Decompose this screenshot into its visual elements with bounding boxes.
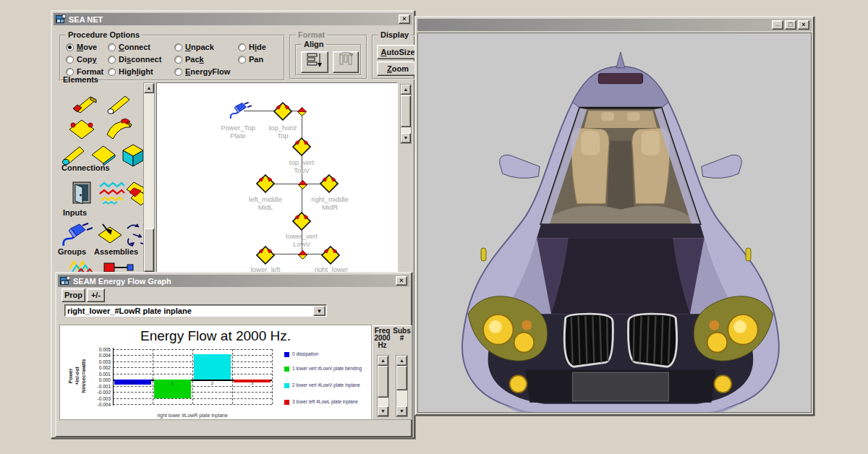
energy-flow-titlebar[interactable]: SEAM Energy Flow Graph ×	[58, 275, 409, 287]
node-label: right_middleMidR	[311, 195, 349, 211]
format-group: Format Align	[289, 35, 367, 80]
palette-section-connections: Connections	[61, 163, 110, 172]
subs-value: #	[392, 335, 412, 342]
model-viewer-window: _ □ ×	[414, 16, 814, 416]
node-label: left_middleMidL	[249, 195, 282, 211]
radio-connect[interactable]: Connect	[108, 43, 174, 51]
radio-highlight[interactable]: Highlight	[108, 67, 174, 76]
legend-label: 3 lower left #LowL plate inplane	[292, 399, 373, 405]
close-icon[interactable]: ×	[798, 20, 809, 30]
radio-pack[interactable]: Pack	[174, 55, 238, 64]
align-group: Align	[295, 44, 362, 76]
freq-subs-panel: Freq 2000 Hz Subs # ▲ ▼ ▲ ▼	[372, 325, 412, 420]
door-icon[interactable]	[71, 181, 94, 208]
scroll-down-icon[interactable]: ▼	[401, 133, 411, 143]
legend-entry: 1 lower vert #LowV plate bending	[284, 366, 373, 372]
subs-scrollbar[interactable]: ▲ ▼	[396, 355, 408, 417]
freq-unit: Hz	[373, 342, 392, 349]
diagram-node-left-middle[interactable]	[256, 174, 275, 196]
input-plate-icon[interactable]	[97, 223, 123, 250]
legend-label: 0 dissipation	[292, 351, 373, 357]
radio-energyflow[interactable]: EnergyFlow	[174, 67, 238, 76]
palette-section-assemblies: Assemblies	[94, 247, 138, 256]
car-3d-render	[418, 33, 812, 413]
scroll-up-icon[interactable]: ▲	[396, 356, 407, 366]
radio-dot	[238, 56, 246, 64]
result-combobox[interactable]: right_lower_#LowR plate inplane ▼	[64, 304, 327, 317]
energy-flow-window: SEAM Energy Flow Graph × Prop +/- right_…	[55, 272, 412, 437]
minimize-icon[interactable]: _	[772, 20, 783, 30]
diagram-node-lower-vert[interactable]	[292, 212, 311, 234]
waves-icon[interactable]	[98, 181, 126, 208]
palette-section-groups: Groups	[58, 247, 86, 256]
window-title: SEA NET	[69, 15, 103, 24]
junction-node[interactable]	[298, 249, 307, 262]
scroll-up-icon[interactable]: ▲	[401, 85, 411, 95]
close-icon[interactable]: ×	[396, 276, 407, 286]
procedure-options-group: Procedure Options MoveConnectUnpackHideC…	[59, 35, 285, 81]
scrollbar-thumb[interactable]	[144, 228, 154, 272]
junction-node[interactable]	[298, 179, 307, 192]
legend-swatch	[284, 400, 289, 405]
diagram-node-right-lower[interactable]	[321, 246, 340, 267]
autosize-button[interactable]: AutoSize	[377, 45, 419, 59]
node-label: top_vertTopV	[289, 158, 314, 174]
zoom-button[interactable]: Zoom	[377, 61, 419, 76]
radio-copy[interactable]: Copy	[66, 55, 108, 64]
diagram-node-lower-left[interactable]	[256, 246, 275, 267]
plus-minus-button[interactable]: +/-	[87, 288, 105, 302]
align-rows-button[interactable]	[301, 51, 328, 73]
scrollbar-thumb[interactable]	[401, 95, 411, 127]
legend-entry: 0 dissipation	[284, 351, 373, 357]
scroll-up-icon[interactable]: ▲	[378, 356, 388, 366]
radio-dot	[174, 68, 182, 76]
sea-net-titlebar[interactable]: SEA NET ×	[54, 13, 412, 25]
radio-disconnect[interactable]: Disconnect	[108, 55, 174, 64]
radio-dot	[66, 43, 74, 51]
viewer-titlebar[interactable]: _ □ ×	[417, 19, 812, 31]
rod-icon[interactable]	[105, 93, 132, 117]
scrollbar-thumb[interactable]	[396, 366, 407, 390]
scroll-up-icon[interactable]: ▲	[144, 83, 154, 93]
scroll-down-icon[interactable]: ▼	[378, 406, 388, 416]
app-icon	[60, 276, 70, 286]
diagram-node-top-vert[interactable]	[292, 137, 311, 159]
radio-dot	[174, 56, 182, 64]
diagram-node-power-top[interactable]	[229, 100, 252, 125]
junction-node[interactable]	[297, 106, 307, 119]
beam-icon[interactable]	[70, 93, 99, 117]
shell-icon[interactable]	[103, 116, 135, 145]
radio-pan[interactable]: Pan	[238, 55, 280, 64]
radio-move[interactable]: Move	[66, 43, 108, 51]
radio-hide[interactable]: Hide	[238, 43, 280, 51]
node-label: lower_vertLowV	[286, 232, 318, 248]
chevron-down-icon[interactable]: ▼	[313, 306, 326, 316]
box-icon[interactable]	[117, 143, 146, 171]
radio-dot	[108, 68, 116, 76]
scrollbar-thumb[interactable]	[378, 366, 388, 398]
diagram-node-right-middle[interactable]	[320, 174, 339, 196]
window-title: SEAM Energy Flow Graph	[73, 277, 171, 286]
close-icon[interactable]: ×	[399, 14, 410, 24]
align-rows-icon	[306, 52, 323, 68]
radio-dot	[108, 56, 116, 64]
palette-scrollbar[interactable]: ▲	[143, 82, 155, 273]
legend-entry: 2 lower vert #LowV plate inplane	[284, 382, 373, 388]
maximize-icon[interactable]: □	[785, 20, 796, 30]
align-columns-icon	[337, 52, 354, 68]
align-columns-button[interactable]	[333, 51, 359, 73]
radio-dot	[238, 43, 246, 51]
diagram-node-top-horiz[interactable]	[273, 102, 292, 124]
palette-section-elements: Elements	[63, 75, 98, 84]
radio-dot	[66, 68, 74, 76]
prop-button[interactable]: Prop	[61, 288, 85, 302]
scroll-down-icon[interactable]: ▼	[396, 406, 407, 416]
plate-icon[interactable]	[67, 117, 97, 145]
legend-swatch	[284, 352, 289, 357]
canvas-right-scrollbar[interactable]: ▲ ▼	[400, 84, 412, 144]
format-group-label: Format	[296, 30, 327, 39]
energy-flow-chart: Energy Flow at 2000 Hz. Power+in/-outNm/…	[59, 325, 372, 420]
freq-scrollbar[interactable]: ▲ ▼	[377, 355, 389, 417]
model-viewport[interactable]	[417, 33, 812, 413]
radio-unpack[interactable]: Unpack	[174, 43, 238, 51]
